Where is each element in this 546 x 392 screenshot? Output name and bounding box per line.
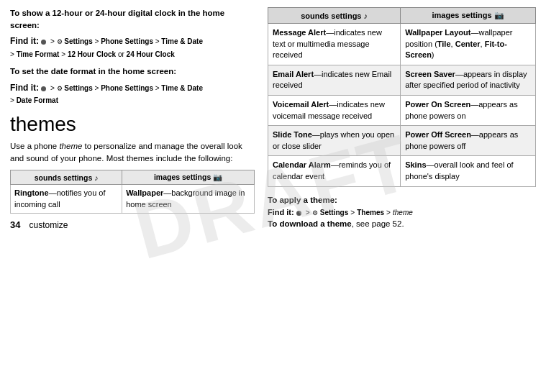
- big-table-col2-header: images settings 📷: [401, 8, 536, 24]
- download-text: To download a theme, see page 52.: [268, 218, 536, 230]
- table-cell-slide-tone: Slide Tone—plays when you open or close …: [268, 126, 401, 156]
- page-footer: 34 customize: [10, 219, 255, 230]
- table-cell-screen-saver: Screen Saver—appears in display after sp…: [401, 65, 536, 95]
- clock-heading: To show a 12-hour or 24-hour digital clo…: [10, 9, 224, 29]
- table-cell-message-alert: Message Alert—indicates new text or mult…: [268, 24, 401, 65]
- small-table-row1-col1: Ringtone—notifies you of incoming call: [11, 185, 122, 214]
- page-number: 34: [10, 219, 20, 230]
- apply-find-it: Find it: > ⚙ Settings > Themes > theme: [268, 206, 536, 219]
- table-cell-power-off-screen: Power Off Screen—appears as phone powers…: [401, 126, 536, 156]
- table-cell-wallpaper-layout: Wallpaper Layout—wallpaper position (Til…: [401, 24, 536, 65]
- table-cell-skins: Skins—overall look and feel of phone's d…: [401, 156, 536, 186]
- find-it-1-label: Find it:: [10, 36, 41, 46]
- right-column: sounds settings ♪ images settings 📷 Mess…: [268, 7, 536, 386]
- table-cell-email-alert: Email Alert—indicates new Email received: [268, 65, 401, 95]
- find-it-2: Find it: > ⚙ Settings > Phone Settings >…: [10, 82, 255, 106]
- table-row: Voicemail Alert—indicates new voicemail …: [268, 96, 536, 126]
- themes-heading: themes: [10, 114, 255, 136]
- small-table-row1-col2: Wallpaper—background image in home scree…: [122, 185, 255, 214]
- table-row: Calendar Alarm—reminds you of calendar e…: [268, 156, 536, 186]
- small-table-col1-header: sounds settings ♪: [11, 170, 122, 185]
- date-intro: To set the date format in the home scree…: [10, 65, 255, 78]
- big-table-col1-header: sounds settings ♪: [268, 8, 401, 24]
- table-row: Email Alert—indicates new Email received…: [268, 65, 536, 95]
- small-table-col2-header: images settings 📷: [122, 170, 255, 185]
- clock-intro: To show a 12-hour or 24-hour digital clo…: [10, 7, 255, 31]
- find-it-1: Find it: > ⚙ Settings > Phone Settings >…: [10, 35, 255, 60]
- table-cell-calendar-alarm: Calendar Alarm—reminds you of calendar e…: [268, 156, 401, 186]
- big-sounds-images-table: sounds settings ♪ images settings 📷 Mess…: [268, 7, 536, 187]
- find-it-2-label: Find it:: [10, 83, 41, 93]
- table-row: Slide Tone—plays when you open or close …: [268, 126, 536, 156]
- page-label: customize: [29, 220, 68, 230]
- apply-heading: To apply a theme:: [268, 194, 536, 206]
- date-heading: To set the date format in the home scree…: [10, 67, 176, 76]
- table-row: Message Alert—indicates new text or mult…: [268, 24, 536, 65]
- left-column: To show a 12-hour or 24-hour digital clo…: [10, 7, 255, 386]
- table-cell-voicemail-alert: Voicemail Alert—indicates new voicemail …: [268, 96, 401, 126]
- small-sounds-images-table: sounds settings ♪ images settings 📷 Ring…: [10, 170, 255, 214]
- themes-desc: Use a phone theme to personalize and man…: [10, 140, 255, 164]
- table-cell-power-on-screen: Power On Screen—appears as phone powers …: [401, 96, 536, 126]
- apply-theme-section: To apply a theme: Find it: > ⚙ Settings …: [268, 194, 536, 231]
